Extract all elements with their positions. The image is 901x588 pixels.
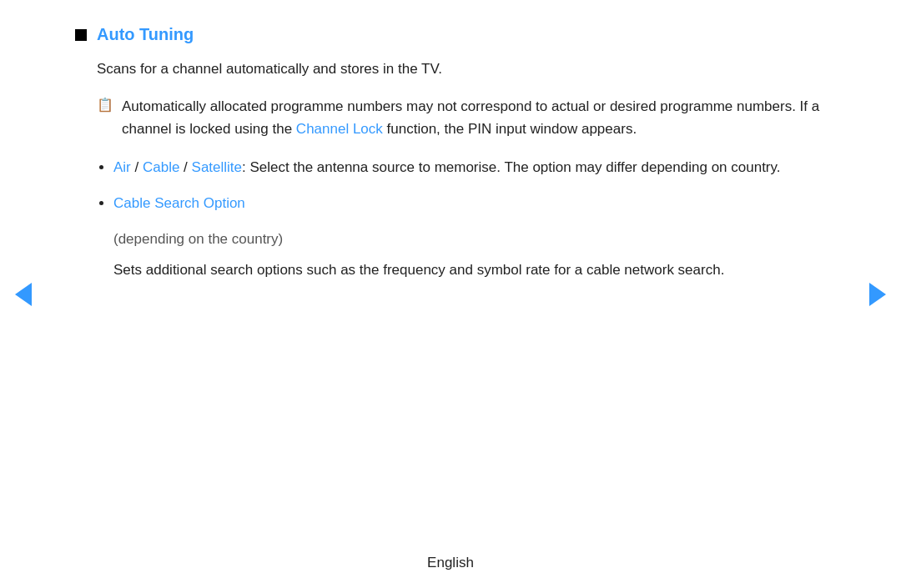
antenna-text: : Select the antenna source to memorise.… <box>242 159 780 175</box>
cable-search-sub2: Sets additional search options such as t… <box>75 259 826 281</box>
cable-search-option-link[interactable]: Cable Search Option <box>113 195 245 211</box>
separator1: / <box>131 159 143 175</box>
note-text: Automatically allocated programme number… <box>122 95 826 140</box>
main-description: Scans for a channel automatically and st… <box>75 58 826 80</box>
satellite-link[interactable]: Satellite <box>192 159 242 175</box>
bullet-item-cable-search: Cable Search Option <box>113 192 826 214</box>
nav-arrow-right[interactable] <box>869 283 886 306</box>
nav-arrow-left[interactable] <box>15 283 32 306</box>
note-icon: 📋 <box>97 97 113 113</box>
section-title-row: Auto Tuning <box>75 25 826 44</box>
cable-link[interactable]: Cable <box>143 159 179 175</box>
section-bullet-icon <box>75 29 87 41</box>
note-text-part2: function, the PIN input window appears. <box>383 121 637 137</box>
footer-language: English <box>427 555 474 571</box>
page-container: Auto Tuning Scans for a channel automati… <box>0 0 901 588</box>
separator2: / <box>179 159 191 175</box>
cable-search-sub1: (depending on the country) <box>75 228 826 250</box>
note-row: 📋 Automatically allocated programme numb… <box>75 95 826 140</box>
bullet-item-antenna: Air / Cable / Satellite: Select the ante… <box>113 156 826 178</box>
channel-lock-link[interactable]: Channel Lock <box>296 121 383 137</box>
section-title: Auto Tuning <box>97 25 194 44</box>
air-link[interactable]: Air <box>113 159 131 175</box>
content-area: Auto Tuning Scans for a channel automati… <box>75 25 826 281</box>
bullet-list: Air / Cable / Satellite: Select the ante… <box>75 156 826 214</box>
